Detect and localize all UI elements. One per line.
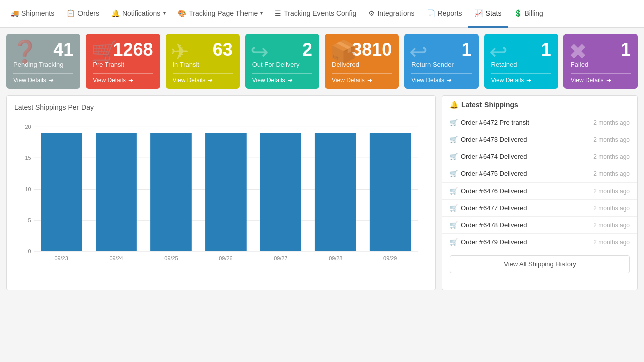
shippings-list: 🛒 Order #6472 Pre transit 2 months ago 🛒… xyxy=(442,114,637,250)
list-item: 🛒 Order #6472 Pre transit 2 months ago xyxy=(442,114,637,131)
shipping-order-label-2: Order #6474 Delivered xyxy=(461,153,527,160)
nav-item-notifications[interactable]: 🔔Notifications ▾ xyxy=(105,0,172,28)
card-view-details-return-sender[interactable]: View Details ➜ xyxy=(411,73,471,84)
arrow-icon-failed: ➜ xyxy=(606,77,611,84)
shipping-time-2: 2 months ago xyxy=(593,153,630,160)
nav-item-stats[interactable]: 📈Stats xyxy=(468,0,508,28)
bar-09/29 xyxy=(370,133,411,251)
shipping-order-4: 🛒 Order #6476 Delivered xyxy=(450,187,527,195)
shipping-order-label-0: Order #6472 Pre transit xyxy=(461,119,529,126)
shipping-time-3: 2 months ago xyxy=(593,170,630,177)
bar-09/24 xyxy=(96,133,137,251)
chart-title: Latest Shippings Per Day xyxy=(14,103,428,111)
nav-item-tracking-page-theme[interactable]: 🎨Tracking Page Theme ▾ xyxy=(172,0,269,28)
cart-icon-3: 🛒 xyxy=(450,170,458,177)
nav-label-shipments: Shipments xyxy=(21,9,54,17)
svg-text:15: 15 xyxy=(25,155,31,161)
card-view-details-in-transit[interactable]: View Details ➜ xyxy=(173,73,233,84)
chart-area: 0510152009/2309/2409/2509/2609/2709/2809… xyxy=(14,116,428,282)
card-label-pre-transit: Pre Transit xyxy=(93,61,153,68)
x-label-09/25: 09/25 xyxy=(164,255,178,261)
list-item: 🛒 Order #6479 Delivered 2 months ago xyxy=(442,234,637,250)
shipping-order-label-4: Order #6476 Delivered xyxy=(461,187,527,195)
nav-label-tracking-events: Tracking Events Config xyxy=(284,9,356,17)
shipping-order-5: 🛒 Order #6477 Delivered xyxy=(450,204,527,212)
card-view-label-pre-transit: View Details xyxy=(93,77,126,84)
svg-text:5: 5 xyxy=(28,217,31,223)
nav-icon-stats: 📈 xyxy=(474,9,483,17)
card-view-label-pending: View Details xyxy=(13,77,46,84)
shipping-order-2: 🛒 Order #6474 Delivered xyxy=(450,153,527,160)
nav-item-reports[interactable]: 📄Reports xyxy=(421,0,468,28)
cart-icon-5: 🛒 xyxy=(450,204,458,212)
bar-09/27 xyxy=(260,133,301,251)
nav-icon-integrations: ⚙ xyxy=(368,9,375,17)
nav-label-stats: Stats xyxy=(486,9,502,17)
nav-item-shipments[interactable]: 🚚Shipments xyxy=(4,0,60,28)
shippings-header-label: Latest Shippings xyxy=(461,101,518,109)
nav-item-orders[interactable]: 📋Orders xyxy=(60,0,105,28)
stat-card-pre-transit: 🛒 1268 Pre Transit View Details ➜ xyxy=(86,34,160,89)
card-view-label-failed: View Details xyxy=(571,77,604,84)
shipping-time-1: 2 months ago xyxy=(593,136,630,143)
card-label-retained: Retained xyxy=(491,61,551,68)
nav-label-integrations: Integrations xyxy=(377,9,414,17)
shipping-time-0: 2 months ago xyxy=(593,119,630,126)
shipping-order-6: 🛒 Order #6478 Delivered xyxy=(450,221,527,229)
nav-item-tracking-events[interactable]: ☰Tracking Events Config xyxy=(269,0,362,28)
card-label-pending: Pending Tracking xyxy=(13,61,73,68)
nav-item-billing[interactable]: 💲Billing xyxy=(508,0,549,28)
chevron-down-icon-tracking-page-theme: ▾ xyxy=(260,10,263,16)
shipping-order-label-1: Order #6473 Delivered xyxy=(461,136,527,143)
arrow-icon-delivered: ➜ xyxy=(367,77,372,84)
bar-09/25 xyxy=(150,133,192,251)
shipping-time-7: 2 months ago xyxy=(593,239,630,246)
list-item: 🛒 Order #6477 Delivered 2 months ago xyxy=(442,200,637,217)
navbar: 🚚Shipments📋Orders🔔Notifications ▾🎨Tracki… xyxy=(0,0,644,28)
view-all-shipping-history-button[interactable]: View All Shipping History xyxy=(450,255,630,273)
nav-icon-orders: 📋 xyxy=(66,9,75,17)
nav-label-reports: Reports xyxy=(438,9,462,17)
latest-shippings-panel: 🔔 Latest Shippings 🛒 Order #6472 Pre tra… xyxy=(442,95,638,290)
shipping-order-7: 🛒 Order #6479 Delivered xyxy=(450,238,527,246)
list-item: 🛒 Order #6474 Delivered 2 months ago xyxy=(442,148,637,165)
svg-text:20: 20 xyxy=(25,124,31,130)
card-view-label-return-sender: View Details xyxy=(411,77,444,84)
stat-card-pending: ❓ 41 Pending Tracking View Details ➜ xyxy=(6,34,80,89)
bar-chart: 0510152009/2309/2409/2509/2609/2709/2809… xyxy=(14,116,428,282)
card-view-details-pending[interactable]: View Details ➜ xyxy=(13,73,73,84)
shipping-order-label-6: Order #6478 Delivered xyxy=(461,221,527,229)
bar-09/28 xyxy=(315,133,356,251)
shipping-order-1: 🛒 Order #6473 Delivered xyxy=(450,136,527,143)
card-view-details-failed[interactable]: View Details ➜ xyxy=(571,73,631,84)
card-label-in-transit: In Transit xyxy=(173,61,233,68)
list-item: 🛒 Order #6476 Delivered 2 months ago xyxy=(442,183,637,200)
card-view-details-retained[interactable]: View Details ➜ xyxy=(491,73,551,84)
card-view-label-out-delivery: View Details xyxy=(252,77,285,84)
nav-icon-reports: 📄 xyxy=(427,9,435,17)
cart-icon-1: 🛒 xyxy=(450,136,458,143)
nav-item-integrations[interactable]: ⚙Integrations xyxy=(362,0,420,28)
chevron-down-icon-notifications: ▾ xyxy=(163,10,166,16)
shipping-order-label-3: Order #6475 Delivered xyxy=(461,170,527,177)
list-item: 🛒 Order #6473 Delivered 2 months ago xyxy=(442,131,637,148)
bar-09/26 xyxy=(205,133,247,251)
main-content: Latest Shippings Per Day 0510152009/2309… xyxy=(0,89,644,296)
svg-text:0: 0 xyxy=(28,248,31,254)
bell-icon: 🔔 xyxy=(450,101,458,109)
cart-icon-4: 🛒 xyxy=(450,187,458,195)
shipping-order-label-7: Order #6479 Delivered xyxy=(461,238,527,246)
x-label-09/29: 09/29 xyxy=(383,255,397,261)
card-view-details-pre-transit[interactable]: View Details ➜ xyxy=(93,73,153,84)
shipping-time-6: 2 months ago xyxy=(593,222,630,229)
list-item: 🛒 Order #6478 Delivered 2 months ago xyxy=(442,217,637,234)
card-view-details-delivered[interactable]: View Details ➜ xyxy=(332,73,392,84)
x-label-09/28: 09/28 xyxy=(329,255,342,261)
card-view-details-out-delivery[interactable]: View Details ➜ xyxy=(252,73,312,84)
nav-icon-shipments: 🚚 xyxy=(10,9,19,17)
chart-panel: Latest Shippings Per Day 0510152009/2309… xyxy=(6,95,436,290)
nav-label-billing: Billing xyxy=(525,9,543,17)
bar-09/23 xyxy=(41,133,82,251)
stat-card-out-delivery: ↪ 2 Out For Delivery View Details ➜ xyxy=(245,34,319,89)
card-view-label-retained: View Details xyxy=(491,77,524,84)
